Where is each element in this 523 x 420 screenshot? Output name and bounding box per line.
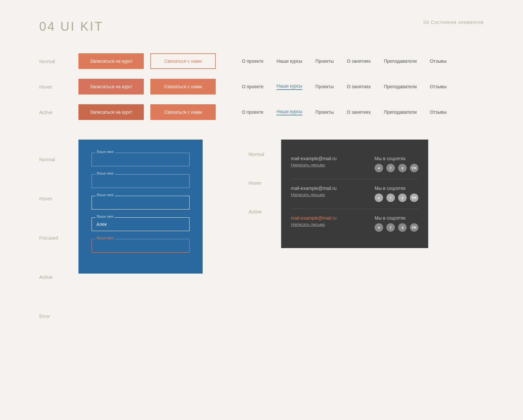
- footer-social-active: Мы в соцсетях ● f 𝕫 VK: [375, 215, 418, 232]
- state-row-normal: Normal Записаться на курс! Связаться с н…: [39, 53, 484, 69]
- form-card: Ваше имя Ваше имя Ваше имя Ваше имя: [78, 140, 203, 274]
- form-input-error[interactable]: [92, 239, 190, 253]
- btn-secondary-hover[interactable]: Связаться с нами: [150, 79, 216, 94]
- btn-secondary-active[interactable]: Связаться с нами: [150, 104, 216, 120]
- buttons-section: Normal Записаться на курс! Связаться с н…: [39, 53, 484, 120]
- btn-group-hover: Записаться на курс! Связаться с нами: [78, 79, 216, 94]
- form-input-normal[interactable]: [92, 153, 190, 166]
- form-field-label-active: Ваше имя: [95, 214, 115, 218]
- footer-social-hover: Мы в соцсетях ● f 𝕫 VK: [375, 186, 418, 202]
- footer-write-link-hover[interactable]: Написать письмо: [291, 192, 336, 197]
- nav-item-hover-0[interactable]: О проекте: [242, 84, 263, 89]
- nav-item-active-0[interactable]: О проекте: [242, 109, 263, 115]
- nav-group-active: О проекте Наши курсы Проекты О занятиях …: [242, 109, 484, 115]
- footer-email-hover: mail-example@mail.ru: [291, 186, 336, 191]
- nav-item-active-5[interactable]: Отзывы: [430, 109, 447, 115]
- nav-item-2[interactable]: Проекты: [315, 59, 334, 64]
- nav-item-active-1[interactable]: Наши курсы: [277, 109, 302, 115]
- footer-social-title-normal: Мы в соцсетях: [375, 156, 418, 161]
- instagram-icon-hover[interactable]: ●: [375, 193, 383, 202]
- form-input-focused[interactable]: [92, 196, 190, 210]
- footer-email-normal: mail-example@mail.ru: [291, 156, 336, 161]
- nav-item-hover-1[interactable]: Наши курсы: [277, 83, 302, 90]
- state-label-active: Active: [39, 109, 78, 115]
- nav-group-normal: О проекте Наши курсы Проекты О занятиях …: [242, 59, 484, 64]
- footer-contact-hover: mail-example@mail.ru Написать письмо: [291, 186, 336, 197]
- footer-contact-normal: mail-example@mail.ru Написать письмо: [291, 156, 336, 167]
- twitter-icon-normal[interactable]: 𝕫: [398, 164, 407, 172]
- twitter-icon-hover[interactable]: 𝕫: [398, 193, 407, 202]
- footer-email-active: mail-example@mail.ru: [291, 215, 336, 221]
- form-field-label-error: Ваше имя: [95, 236, 115, 240]
- form-field-normal: Ваше имя: [92, 153, 190, 166]
- instagram-icon-active[interactable]: ●: [375, 223, 383, 232]
- nav-group-hover: О проекте Наши курсы Проекты О занятиях …: [242, 83, 484, 90]
- btn-group-normal: Записаться на курс! Связаться с нами: [78, 53, 216, 69]
- footer-card: mail-example@mail.ru Написать письмо Мы …: [281, 140, 428, 248]
- nav-item-4[interactable]: Преподаватели: [384, 59, 417, 64]
- form-state-label-error: Error: [39, 296, 78, 336]
- footer-social-icons-hover: ● f 𝕫 VK: [375, 193, 418, 202]
- nav-item-0[interactable]: О проекте: [242, 59, 263, 64]
- form-field-label-focused: Ваше имя: [95, 193, 115, 197]
- form-state-labels: Normal Hover Focused Active Error: [39, 140, 78, 336]
- footer-social-title-active: Мы в соцсетях: [375, 215, 418, 221]
- footer-state-label-hover: Hover: [248, 168, 281, 197]
- vk-icon-active[interactable]: VK: [410, 223, 418, 232]
- facebook-icon-normal[interactable]: f: [386, 164, 395, 172]
- btn-secondary-normal[interactable]: Связаться с нами: [150, 53, 216, 69]
- form-state-label-active: Active: [39, 257, 78, 296]
- form-field-hover: Ваше имя: [92, 174, 190, 188]
- nav-item-active-3[interactable]: О занятиях: [347, 109, 371, 115]
- nav-item-5[interactable]: Отзывы: [430, 59, 447, 64]
- btn-primary-normal[interactable]: Записаться на курс!: [78, 53, 144, 69]
- form-states-container: Normal Hover Focused Active Error Ваше и…: [39, 140, 203, 336]
- nav-item-active-2[interactable]: Проекты: [315, 109, 334, 115]
- form-state-label-hover: Hover: [39, 179, 78, 218]
- form-input-active[interactable]: [92, 217, 190, 231]
- state-label-normal: Normal: [39, 59, 78, 64]
- footer-write-link-active[interactable]: Написать письмо: [291, 222, 336, 227]
- footer-social-icons-normal: ● f 𝕫 VK: [375, 164, 418, 172]
- main-content: Normal Записаться на курс! Связаться с н…: [0, 47, 523, 355]
- bottom-section: Normal Hover Focused Active Error Ваше и…: [39, 140, 484, 336]
- form-field-focused: Ваше имя: [92, 196, 190, 210]
- nav-item-hover-2[interactable]: Проекты: [315, 84, 334, 89]
- footer-contact-active: mail-example@mail.ru Написать письмо: [291, 215, 336, 227]
- nav-item-active-4[interactable]: Преподаватели: [384, 109, 417, 115]
- btn-group-active: Записаться на курс! Связаться с нами: [78, 104, 216, 120]
- twitter-icon-active[interactable]: 𝕫: [398, 223, 407, 232]
- btn-primary-active[interactable]: Записаться на курс!: [78, 104, 144, 120]
- form-state-label-focused: Focused: [39, 218, 78, 257]
- page-header: 04 UI KIT 04 Состояния элементов: [0, 0, 523, 47]
- facebook-icon-active[interactable]: f: [386, 223, 395, 232]
- footer-state-label-active: Active: [248, 197, 281, 226]
- footer-states-container: Normal Hover Active mail-example@mail.ru…: [248, 140, 428, 248]
- footer-state-label-normal: Normal: [248, 140, 281, 168]
- form-input-hover[interactable]: [92, 174, 190, 188]
- state-label-hover: Hover: [39, 84, 78, 90]
- btn-primary-hover[interactable]: Записаться на курс!: [78, 79, 144, 94]
- form-field-label-hover: Ваше имя: [95, 171, 115, 175]
- form-field-label-normal: Ваше имя: [95, 150, 115, 154]
- vk-icon-normal[interactable]: VK: [410, 164, 418, 172]
- footer-write-link-normal[interactable]: Написать письмо: [291, 162, 336, 167]
- nav-item-hover-4[interactable]: Преподаватели: [384, 84, 417, 89]
- form-state-label-normal: Normal: [39, 140, 78, 179]
- nav-item-hover-5[interactable]: Отзывы: [430, 84, 447, 89]
- facebook-icon-hover[interactable]: f: [386, 193, 395, 202]
- instagram-icon-normal[interactable]: ●: [375, 164, 383, 172]
- nav-item-hover-3[interactable]: О занятиях: [347, 84, 371, 89]
- footer-social-icons-active: ● f 𝕫 VK: [375, 223, 418, 232]
- form-field-error: Ваше имя: [92, 239, 190, 253]
- page-subtitle: 04 Состояния элементов: [424, 20, 484, 25]
- nav-item-1[interactable]: Наши курсы: [277, 59, 302, 64]
- footer-social-normal: Мы в соцсетях ● f 𝕫 VK: [375, 156, 418, 172]
- form-field-active: Ваше имя: [92, 217, 190, 231]
- footer-social-title-hover: Мы в соцсетях: [375, 186, 418, 191]
- vk-icon-hover[interactable]: VK: [410, 193, 418, 202]
- state-row-active: Active Записаться на курс! Связаться с н…: [39, 104, 484, 120]
- state-row-hover: Hover Записаться на курс! Связаться с на…: [39, 79, 484, 94]
- nav-item-3[interactable]: О занятиях: [347, 59, 371, 64]
- footer-state-labels: Normal Hover Active: [248, 140, 281, 226]
